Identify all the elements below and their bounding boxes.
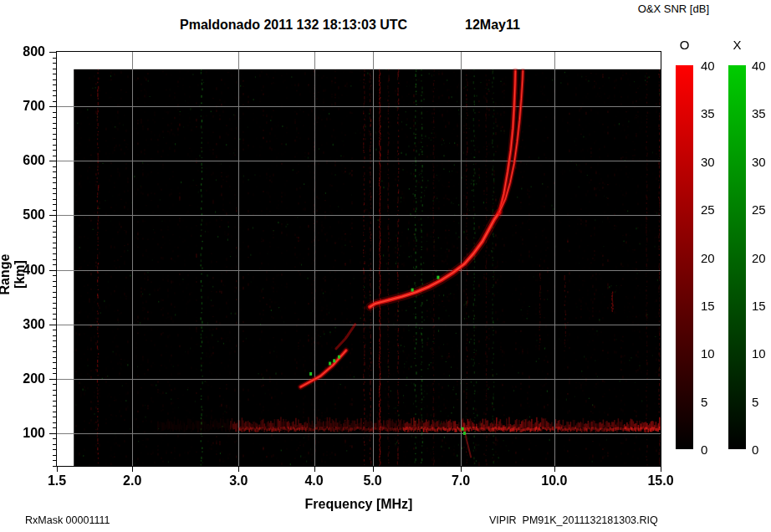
x-tick-label: 15.0 bbox=[647, 473, 673, 489]
colorbar-tick-label: 15 bbox=[752, 299, 766, 312]
x-major-tick bbox=[238, 467, 239, 472]
colorbar-tick-label: 5 bbox=[752, 396, 758, 408]
source-file-label: VIPIR PM91K_2011132181303.RIQ bbox=[489, 514, 658, 526]
colorbar-tick-label: 15 bbox=[701, 299, 715, 312]
x-major-tick bbox=[57, 467, 58, 472]
colorbar-tick-label: 25 bbox=[752, 203, 766, 216]
colorbar-tick-label: 0 bbox=[701, 443, 707, 456]
colorbar-tick-label: 20 bbox=[752, 252, 766, 264]
x-tick-label: 1.5 bbox=[48, 473, 66, 489]
x-tick-label: 10.0 bbox=[541, 473, 567, 489]
y-axis-title: Range [km] bbox=[0, 238, 28, 310]
colorbar-tick-label: 10 bbox=[701, 347, 715, 360]
x-axis-title: Frequency [MHz] bbox=[57, 497, 661, 512]
colorbar-tick-label: 35 bbox=[752, 107, 766, 120]
date-label: 12May11 bbox=[465, 18, 520, 33]
y-tick-label: 200 bbox=[7, 372, 45, 386]
colorbar-x-header: X bbox=[728, 38, 746, 52]
colorbar-title: O&X SNR [dB] bbox=[0, 3, 709, 15]
colorbar-tick-label: 20 bbox=[701, 252, 715, 264]
colorbar-o-gradient bbox=[676, 65, 693, 449]
colorbar-tick-label: 10 bbox=[752, 347, 766, 360]
y-tick-label: 500 bbox=[7, 208, 45, 222]
x-major-tick bbox=[373, 467, 374, 472]
x-major-tick bbox=[461, 467, 462, 472]
ionogram-heatmap bbox=[57, 52, 661, 466]
colorbar-tick-label: 30 bbox=[701, 156, 715, 168]
y-tick-label: 100 bbox=[7, 427, 45, 440]
colorbar-o-header: O bbox=[676, 38, 693, 52]
colorbar-tick-label: 0 bbox=[752, 443, 758, 456]
x-tick-label: 3.0 bbox=[229, 473, 248, 489]
rxmask-label: RxMask 00001111 bbox=[25, 514, 110, 526]
x-major-tick bbox=[554, 467, 555, 472]
colorbar-tick-label: 40 bbox=[752, 59, 766, 72]
page-title: Pmaldonado 2011 132 18:13:03 UTC bbox=[180, 18, 407, 33]
x-tick-label: 5.0 bbox=[363, 473, 381, 489]
x-major-tick bbox=[132, 467, 133, 472]
y-tick-label: 800 bbox=[7, 45, 45, 59]
colorbar-tick-label: 35 bbox=[701, 107, 715, 120]
x-major-tick bbox=[661, 467, 661, 472]
x-tick-label: 7.0 bbox=[452, 473, 470, 489]
x-tick-label: 4.0 bbox=[304, 473, 323, 489]
x-major-tick bbox=[314, 467, 315, 472]
colorbar-tick-label: 5 bbox=[701, 396, 707, 408]
colorbar-tick-label: 30 bbox=[752, 156, 766, 168]
y-tick-label: 700 bbox=[7, 100, 45, 113]
colorbar-tick-label: 40 bbox=[701, 59, 715, 72]
y-tick-label: 600 bbox=[7, 154, 45, 167]
colorbar-x-gradient bbox=[728, 65, 746, 449]
x-tick-label: 2.0 bbox=[123, 473, 141, 489]
colorbar-tick-label: 25 bbox=[701, 203, 715, 216]
y-tick-label: 300 bbox=[7, 318, 45, 331]
ionogram-plot-frame bbox=[56, 51, 661, 467]
